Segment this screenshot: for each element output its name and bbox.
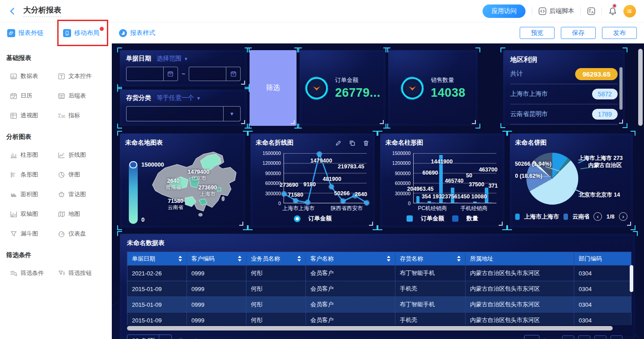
tab-report-external-link[interactable]: 报表外链: [7, 29, 43, 37]
legend-next-icon[interactable]: ›: [619, 212, 627, 221]
tab-mobile-layout[interactable]: 移动布局: [63, 29, 99, 37]
table-row[interactable]: 2015-01-090999何彤会员客户布丁智能手机内蒙古自治区包头市东河区03…: [127, 297, 631, 313]
board-vertical-scrollbar[interactable]: [638, 49, 643, 126]
filter-submit-button[interactable]: 筛选: [250, 50, 297, 126]
copy-icon[interactable]: [349, 140, 356, 146]
legend-prev-icon[interactable]: ‹: [593, 212, 602, 221]
map-chart-card[interactable]: 未命名地图表 1500000 0 1479400北京市2640青海省273690…: [120, 133, 245, 227]
col-header[interactable]: 单据日期: [127, 252, 187, 266]
pagination-bar: 20 条/页 ▼ 共200条 / 10 « ‹ › »: [127, 335, 635, 339]
map-labels-overlay: 1479400北京市2640青海省273690上海市71580云南省: [125, 149, 240, 224]
calendar-icon[interactable]: [163, 67, 178, 81]
divider: [580, 7, 581, 15]
line-chart-icon: [58, 151, 65, 159]
table-row[interactable]: 2015-01-090999何彤会员客户手机壳内蒙古自治区包头市东河区0304: [127, 281, 631, 297]
chart-title: 未命名折线图: [256, 139, 293, 147]
last-page-button[interactable]: »: [610, 335, 623, 339]
category-mode-dropdown[interactable]: 等于任意一个▼: [157, 94, 201, 102]
sidebar-item-pie-chart[interactable]: 饼图: [58, 171, 106, 179]
date-start-input-wrap: [126, 67, 178, 81]
sidebar-item-map[interactable]: 地图: [58, 210, 106, 218]
chevron-down-icon: ▼: [223, 107, 240, 121]
sidebar-item-radar-chart[interactable]: 雷达图: [58, 190, 106, 198]
region-profit-card[interactable]: 地区利润 共计 96293.65 上海市上海市 5872 云南省昆明市 1789: [503, 50, 625, 125]
col-header[interactable]: 部门编码: [574, 252, 631, 266]
translate-icon[interactable]: A: [587, 7, 595, 15]
code-icon: [538, 7, 547, 15]
page-size-select[interactable]: 20 条/页 ▼: [127, 335, 172, 339]
next-page-button[interactable]: ›: [594, 335, 606, 339]
table-horizontal-scrollbar[interactable]: [127, 326, 628, 330]
backend-script-button[interactable]: 后端脚本: [538, 7, 574, 15]
publish-button[interactable]: 发布: [602, 27, 637, 39]
delete-icon[interactable]: [363, 140, 369, 146]
data-table-card[interactable]: 未命名数据表 单据日期 客户编码 业务员名称 客户名称 存货名称 所属地址 部门…: [120, 234, 635, 339]
col-header[interactable]: 所属地址: [466, 252, 574, 266]
table-scroll-area: 单据日期 客户编码 业务员名称 客户名称 存货名称 所属地址 部门编码 2021…: [127, 252, 631, 325]
kpi-order-amount-card[interactable]: 订单金额 26779...: [300, 50, 386, 126]
filter-button-icon: [58, 270, 65, 277]
card-scrollbar[interactable]: [619, 67, 623, 110]
date-range-mode-dropdown[interactable]: 选择范围▼: [157, 55, 188, 63]
col-header[interactable]: 业务员名称: [246, 252, 306, 266]
table-vertical-scrollbar[interactable]: [630, 265, 633, 292]
table-row[interactable]: 2021-02-260999何彤会员客户布丁智能手机内蒙古自治区包头市东河区03…: [127, 266, 631, 281]
funnel-icon: [10, 230, 17, 238]
sidebar-item-column-chart[interactable]: 柱形图: [10, 151, 58, 159]
sidebar-item-metric[interactable]: 4,80指标: [58, 112, 106, 120]
sort-icon: [387, 256, 390, 262]
chart-legend[interactable]: 订单金额: [256, 215, 369, 223]
kpi-sales-qty-card[interactable]: 销售数量 14038: [388, 50, 478, 126]
kpi-value: 14038: [431, 86, 466, 100]
sidebar-item-bar-chart[interactable]: 条形图: [10, 171, 58, 179]
page-number-input[interactable]: [524, 335, 539, 339]
top-header: 大分析报表 应用访问 后端脚本 A: [0, 0, 644, 22]
category-filter-card[interactable]: 存货分类 等于任意一个▼ ▼: [120, 90, 247, 126]
back-icon[interactable]: [8, 6, 18, 16]
sort-icon: [178, 256, 182, 262]
legend-label: 云南省昆: [572, 213, 589, 221]
app-access-button[interactable]: 应用访问: [483, 4, 525, 18]
notification-dot: [613, 4, 616, 7]
category-select[interactable]: ▼: [126, 106, 241, 121]
chart-legend[interactable]: 订单金额 数量: [386, 215, 499, 223]
table-row[interactable]: 2015-01-090999何彤会员客户手机壳内蒙古自治区包头市东河区0304: [127, 313, 631, 326]
tab-label: 报表样式: [130, 29, 155, 37]
prev-page-button[interactable]: ‹: [578, 335, 590, 339]
bar-chart-card[interactable]: 未命名柱形图 150000012000009000006000003000000…: [380, 133, 504, 227]
sidebar-item-data-table[interactable]: 数据表: [10, 72, 58, 80]
save-button[interactable]: 保存: [561, 27, 596, 39]
section-title-analysis-charts: 分析图表: [6, 133, 106, 141]
col-header[interactable]: 客户编码: [187, 252, 246, 266]
sidebar-item-calendar[interactable]: 日历: [10, 92, 58, 100]
sidebar-item-filter-condition[interactable]: 筛选条件: [10, 269, 58, 277]
legend-label: 订单金额: [421, 215, 444, 223]
first-page-button[interactable]: «: [562, 335, 574, 339]
status-badge: 5872: [592, 89, 618, 99]
pie-chart-card[interactable]: 未命名饼图 50266 (1.94%)0 (18.62%)上海市上海市 273内…: [510, 133, 633, 227]
date-end-input[interactable]: [189, 67, 226, 81]
preview-button[interactable]: 预览: [520, 27, 555, 39]
sidebar-item-line-chart[interactable]: 折线图: [58, 151, 106, 159]
line-chart-card[interactable]: 未命名折线图 150000012000009000006000003000000…: [250, 133, 375, 227]
notification-bell-icon[interactable]: [608, 7, 617, 16]
sidebar-item-dual-axis-chart[interactable]: 双轴图: [10, 210, 58, 218]
kpi-label: 订单金额: [335, 76, 381, 84]
date-start-input[interactable]: [127, 67, 163, 81]
total-pages: / 10: [543, 338, 554, 339]
sidebar-item-gauge[interactable]: 仪表盘: [58, 230, 106, 238]
edit-icon[interactable]: [335, 140, 342, 146]
sidebar-item-text-widget[interactable]: 文本控件: [58, 72, 106, 80]
tab-report-style[interactable]: 报表样式: [119, 29, 155, 37]
sidebar-item-pivot[interactable]: 透视图: [10, 112, 58, 120]
tab-label: 移动布局: [74, 29, 99, 37]
sidebar-item-funnel-chart[interactable]: 漏斗图: [10, 230, 58, 238]
sidebar-item-area-chart[interactable]: 面积图: [10, 190, 58, 198]
avatar[interactable]: [623, 5, 636, 17]
sidebar-item-filter-button[interactable]: 筛选按钮: [58, 269, 106, 277]
sidebar-item-backend-table[interactable]: 后端表: [58, 92, 106, 100]
calendar-icon[interactable]: [226, 67, 240, 81]
col-header[interactable]: 客户名称: [306, 252, 395, 266]
date-filter-card[interactable]: 单据日期 选择范围▼ ~: [120, 50, 247, 86]
col-header[interactable]: 存货名称: [395, 252, 466, 266]
